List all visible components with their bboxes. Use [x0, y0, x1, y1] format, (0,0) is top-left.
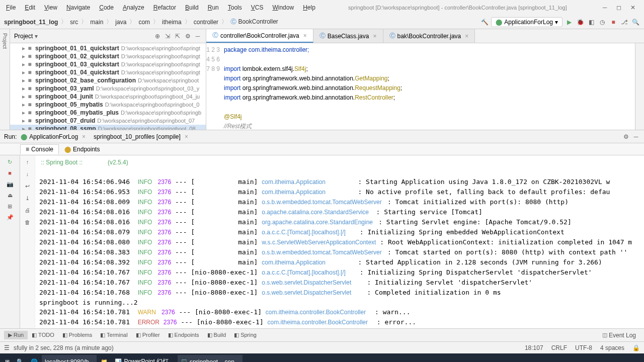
bottom-tab-terminal[interactable]: ◧ Terminal — [96, 331, 131, 339]
bottom-tab-profiler[interactable]: ◧ Profiler — [132, 331, 164, 339]
taskbar-ppt[interactable]: 📊 PowerPoint 幻灯... — [112, 355, 177, 363]
event-log-tab[interactable]: ◫ Event Log — [598, 331, 640, 340]
menu-help[interactable]: Help — [299, 2, 319, 13]
bottom-tab-problems[interactable]: ◧ Problems — [58, 331, 97, 339]
editor-tab[interactable]: Ⓒcontroller\BookController.java× — [206, 29, 313, 43]
code-editor[interactable]: package com.itheima.controller; import l… — [224, 43, 635, 130]
maximize-button[interactable]: ◻ — [614, 3, 624, 13]
expand-all-icon[interactable]: ⇲ — [164, 32, 172, 40]
menu-navigate[interactable]: Navigate — [62, 2, 94, 13]
menu-run[interactable]: Run — [204, 2, 223, 13]
menu-tools[interactable]: Tools — [224, 2, 246, 13]
tree-item[interactable]: ▸■springboot_07_druidD:\workspace\spring… — [10, 117, 206, 125]
run-tab-app[interactable]: ⬤ApplicationForLog× — [17, 132, 90, 141]
editor-tab[interactable]: Ⓒbak\BookController.java× — [383, 29, 475, 43]
browser-taskbar[interactable]: 🌐 — [28, 355, 41, 363]
project-header-label: Project — [14, 33, 33, 40]
tree-item[interactable]: ▸■springboot_01_04_quickstartD:\workspac… — [10, 68, 206, 76]
taskbar-ide[interactable]: 💻 springboot – con... — [178, 355, 243, 363]
taskbar-browser-tab[interactable]: localhost:8080/b... — [42, 355, 97, 363]
run-button[interactable]: ▶ — [565, 18, 574, 27]
minimize-button[interactable]: ─ — [600, 3, 610, 13]
bottom-tab-build[interactable]: ◧ Build — [203, 331, 230, 339]
up-icon[interactable]: ↑ — [23, 157, 33, 166]
breadcrumb-item[interactable]: itheima — [162, 19, 182, 26]
tree-item[interactable]: ▸■springboot_01_02_quickstartD:\workspac… — [10, 52, 206, 60]
git-button[interactable]: ⎇ — [620, 18, 629, 27]
dump-icon[interactable]: 📷 — [5, 179, 15, 189]
exit-icon[interactable]: ⏏ — [5, 191, 15, 200]
wrap-icon[interactable]: ↩ — [23, 182, 33, 191]
code-line-1: package com.itheima.controller; — [224, 46, 309, 53]
menu-edit[interactable]: Edit — [21, 2, 39, 13]
explorer-taskbar[interactable]: 📁 — [98, 355, 111, 363]
tree-item[interactable]: ▸■springboot_01_01_quickstartD:\workspac… — [10, 44, 206, 52]
breadcrumb-item[interactable]: java — [115, 19, 126, 26]
line-separator[interactable]: CRLF — [551, 344, 567, 351]
clear-icon[interactable]: 🗑 — [23, 218, 33, 227]
down-icon[interactable]: ↓ — [23, 169, 33, 178]
breadcrumb-item[interactable]: Ⓒ BookController — [230, 18, 278, 26]
menu-code[interactable]: Code — [95, 2, 118, 13]
breadcrumb-item[interactable]: controller — [194, 19, 218, 26]
run-tab-compile[interactable]: springboot_10_profiles [compile]× — [90, 132, 192, 141]
run-hide-icon[interactable]: ─ — [632, 133, 640, 141]
collapse-all-icon[interactable]: ⇱ — [174, 32, 182, 40]
coverage-button[interactable]: ◧ — [587, 18, 596, 27]
close-button[interactable]: ✕ — [628, 3, 638, 13]
status-message: sfully in 2 sec, 228 ms (a minute ago) — [14, 344, 114, 351]
run-config-label: ApplicationForLog — [504, 19, 553, 26]
profile-button[interactable]: ◷ — [598, 18, 607, 27]
rerun-icon[interactable]: ↻ — [5, 157, 15, 166]
select-opened-icon[interactable]: ⊕ — [153, 32, 162, 40]
menu-file[interactable]: File — [2, 2, 20, 13]
search-button[interactable]: 🔍 — [631, 18, 640, 27]
cursor-position: 18:107 — [525, 344, 543, 351]
layout-icon[interactable]: ⊞ — [5, 202, 15, 211]
search-taskbar[interactable]: 🔍 — [14, 355, 27, 363]
console-output[interactable]: :: Spring Boot :: (v2.5.4) 2021-11-04 16… — [35, 155, 644, 328]
start-button[interactable]: ⊞ — [2, 355, 13, 363]
scroll-icon[interactable]: ⤓ — [23, 194, 33, 203]
menu-build[interactable]: Build — [181, 2, 203, 13]
menu-window[interactable]: Window — [268, 2, 298, 13]
settings-icon[interactable]: ⚙ — [184, 32, 192, 40]
hide-panel-icon[interactable]: ─ — [194, 32, 202, 40]
run-config-selector[interactable]: ⬤ ApplicationForLog ▾ — [491, 17, 562, 27]
tree-item[interactable]: ▸■springboot_04_junitD:\workspace\spring… — [10, 93, 206, 101]
tree-item[interactable]: ▸■springboot_08_ssmpD:\workspace\springb… — [10, 125, 206, 130]
encoding[interactable]: UTF-8 — [575, 344, 592, 351]
editor-right-gutter — [635, 43, 644, 130]
build-icon[interactable]: 🔨 — [480, 18, 489, 27]
bottom-tab-spring[interactable]: ◧ Spring — [230, 331, 261, 339]
bottom-tab-todo[interactable]: ◧ TODO — [28, 331, 58, 339]
endpoints-tab[interactable]: ⬤Endpoints — [59, 144, 105, 154]
stop-process-icon[interactable]: ■ — [5, 168, 15, 177]
tree-item[interactable]: ▸■springboot_03_yamlD:\workspace\springb… — [10, 84, 206, 93]
stop-button[interactable]: ■ — [609, 18, 618, 27]
indent[interactable]: 4 spaces — [600, 344, 624, 351]
breadcrumb-item[interactable]: springboot_11_log — [4, 19, 58, 26]
menu-view[interactable]: View — [40, 2, 61, 13]
tree-item[interactable]: ▸■springboot_02_base_configurationD:\wor… — [10, 76, 206, 84]
bottom-tab-endpoints[interactable]: ◧ Endpoints — [164, 331, 203, 339]
debug-button[interactable]: 🐞 — [576, 18, 585, 27]
menu-vcs[interactable]: VCS — [247, 2, 268, 13]
menu-analyze[interactable]: Analyze — [119, 2, 148, 13]
pin-icon[interactable]: 📌 — [5, 213, 15, 222]
line-gutter: 1 2 3 4 5 6 7 8 9 — [206, 43, 224, 130]
tree-item[interactable]: ▸■springboot_05_mybatisD:\workspace\spri… — [10, 101, 206, 109]
run-settings-icon[interactable]: ⚙ — [622, 133, 630, 141]
breadcrumb-item[interactable]: com — [138, 19, 150, 26]
breadcrumb-item[interactable]: src — [70, 19, 78, 26]
tree-item[interactable]: ▸■springboot_06_mybatis_plusD:\workspace… — [10, 109, 206, 117]
print-icon[interactable]: 🖨 — [23, 206, 33, 215]
tree-item[interactable]: ▸■springboot_01_03_quickstartD:\workspac… — [10, 60, 206, 68]
project-tool-button[interactable]: Project — [0, 29, 10, 130]
bottom-tab-run[interactable]: ▶ Run — [4, 331, 28, 339]
run-label: Run: — [4, 133, 17, 140]
editor-tab[interactable]: ⒸBaseClass.java× — [313, 29, 383, 43]
console-tab[interactable]: ≡Console — [20, 144, 59, 154]
menu-refactor[interactable]: Refactor — [149, 2, 180, 13]
breadcrumb-item[interactable]: main — [90, 19, 103, 26]
